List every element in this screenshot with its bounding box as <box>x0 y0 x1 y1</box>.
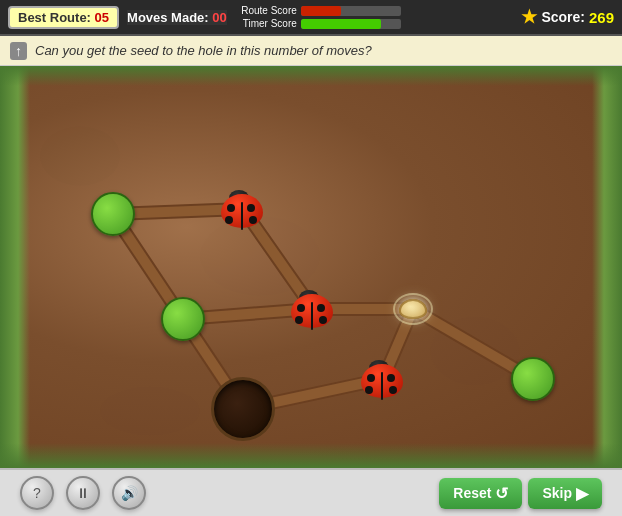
best-route-label: Best Route: <box>18 10 91 25</box>
ladybug-line-3 <box>381 372 383 400</box>
ladybug-line-1 <box>241 202 243 230</box>
up-arrow-icon: ↑ <box>10 42 27 60</box>
ladybug-dot-2d <box>319 316 327 324</box>
node-2[interactable] <box>161 297 205 341</box>
reset-label: Reset <box>453 485 491 501</box>
instruction-text: Can you get the seed to the hole in this… <box>35 43 372 58</box>
ladybug-dot-3a <box>367 374 375 382</box>
star-icon: ★ <box>521 6 537 28</box>
ladybug-back-1 <box>221 194 263 228</box>
sound-icon: 🔊 <box>121 485 138 501</box>
ladybug-dot-1c <box>247 204 255 212</box>
timer-score-bar-bg <box>301 19 401 29</box>
moves-label: Moves Made: <box>127 10 209 25</box>
ladybug-dot-1a <box>227 204 235 212</box>
score-value: 269 <box>589 9 614 26</box>
sound-button[interactable]: 🔊 <box>112 476 146 510</box>
score-label: Score: <box>541 9 585 25</box>
node-1[interactable] <box>91 192 135 236</box>
help-icon: ? <box>33 485 41 501</box>
game-area[interactable] <box>0 66 622 468</box>
ladybug-dot-3b <box>365 386 373 394</box>
top-bar: Best Route: 05 Moves Made: 00 Route Scor… <box>0 0 622 36</box>
ladybug-1[interactable] <box>221 190 265 228</box>
best-route-value: 05 <box>95 10 109 25</box>
ladybug-dot-3c <box>387 374 395 382</box>
best-route-display: Best Route: 05 <box>8 6 119 29</box>
skip-button[interactable]: Skip ▶ <box>528 478 602 509</box>
help-button[interactable]: ? <box>20 476 54 510</box>
ladybug-2[interactable] <box>291 290 335 328</box>
route-score-bar-fill <box>301 6 341 16</box>
moves-display: Moves Made: 00 <box>127 10 227 25</box>
seed[interactable] <box>399 299 427 319</box>
scores-block: Route Score Timer Score <box>235 5 508 29</box>
ladybug-dot-1b <box>225 216 233 224</box>
ladybug-dot-3d <box>389 386 397 394</box>
ladybug-3[interactable] <box>361 360 405 398</box>
hole[interactable] <box>211 377 275 441</box>
ladybug-dot-2a <box>297 304 305 312</box>
route-score-label: Route Score <box>235 5 297 16</box>
star-score: ★ Score: 269 <box>521 6 614 28</box>
ladybug-dot-2b <box>295 316 303 324</box>
timer-score-label: Timer Score <box>235 18 297 29</box>
pause-icon: ⏸ <box>76 485 90 501</box>
timer-score-bar-fill <box>301 19 381 29</box>
action-buttons: Reset ↺ Skip ▶ <box>439 478 602 509</box>
route-score-bar-bg <box>301 6 401 16</box>
ladybug-dot-1d <box>249 216 257 224</box>
ladybug-back-3 <box>361 364 403 398</box>
node-4[interactable] <box>511 357 555 401</box>
bottom-controls: ? ⏸ 🔊 <box>20 476 146 510</box>
bottom-bar: ? ⏸ 🔊 Reset ↺ Skip ▶ <box>0 468 622 516</box>
ladybug-back-2 <box>291 294 333 328</box>
instruction-bar: ↑ Can you get the seed to the hole in th… <box>0 36 622 66</box>
seed-glow <box>393 293 433 325</box>
ladybug-line-2 <box>311 302 313 330</box>
skip-label: Skip <box>542 485 572 501</box>
timer-score-row: Timer Score <box>235 18 508 29</box>
moves-value: 00 <box>212 10 226 25</box>
route-score-row: Route Score <box>235 5 508 16</box>
reset-icon: ↺ <box>495 484 508 503</box>
pause-button[interactable]: ⏸ <box>66 476 100 510</box>
skip-icon: ▶ <box>576 484 588 503</box>
path-svg <box>0 66 622 468</box>
ladybug-dot-2c <box>317 304 325 312</box>
reset-button[interactable]: Reset ↺ <box>439 478 522 509</box>
